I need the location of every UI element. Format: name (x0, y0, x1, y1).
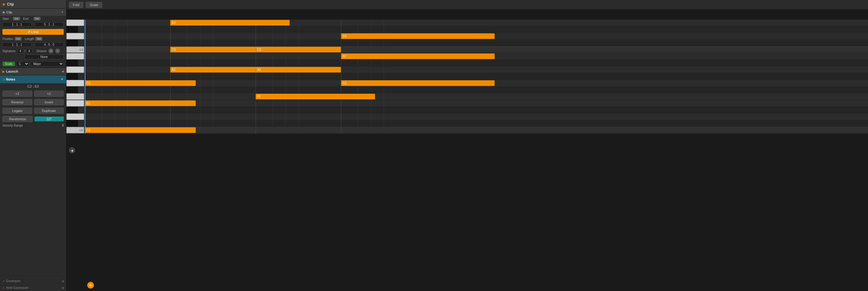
piano-key-D3[interactable] (66, 33, 84, 39)
piano-key-G2[interactable] (66, 80, 84, 86)
piano-key-G#2[interactable] (66, 73, 78, 80)
start-end-values: 1 . 1 . 1 5 . 1 . 1 (0, 21, 66, 28)
groove-refresh-icon[interactable]: ↺ (49, 49, 53, 53)
fold-button[interactable]: Fold (69, 2, 83, 8)
piano-key-F#2[interactable] (66, 87, 78, 93)
shift-down-button[interactable]: ×2 (34, 91, 64, 97)
piano-key-C#2[interactable] (66, 120, 78, 126)
scroll-down-button[interactable]: ⊕ (87, 282, 94, 289)
notes-label: Notes (6, 78, 16, 81)
randomize-button[interactable]: Randomize (2, 116, 33, 122)
note-row (85, 40, 868, 47)
sig-denominator[interactable]: 4 (26, 49, 32, 53)
sig-numerator[interactable]: 4 (18, 49, 24, 53)
groove-value[interactable]: None (24, 55, 64, 59)
note-expr-arrow-icon[interactable]: ◀ (61, 286, 64, 290)
start-set-button[interactable]: Set (13, 17, 20, 21)
piano-key-C3[interactable]: C3 (66, 47, 84, 53)
window-titlebar: ▣ Clip (0, 0, 66, 8)
grid-line-vertical (200, 20, 200, 134)
grid-line-vertical (285, 20, 286, 134)
legato-duplicate-row: Legato Duplicate (0, 107, 66, 115)
invert-button[interactable]: Invert (34, 99, 64, 105)
piano-key-E3[interactable] (66, 20, 84, 26)
piano-key-C#3[interactable] (66, 40, 78, 46)
start-label: Start (2, 17, 11, 21)
envelopes-arrow-icon[interactable]: ◀ (61, 279, 64, 283)
piano-key-D2[interactable] (66, 114, 84, 120)
piano-key-F2[interactable] (66, 93, 84, 100)
left-panel: ▣ Clip ▣ Clip ▼ Start Set End Set 1 . 1 … (0, 0, 66, 291)
end-value[interactable]: 5 . 1 . 1 (35, 22, 64, 27)
main-content: Fold Scale ◀ C3C2 11.21.31.422.22.32.433… (66, 0, 868, 291)
grid-line-vertical (127, 20, 128, 134)
piano-key-A2[interactable] (66, 66, 84, 73)
end-label: End (23, 17, 32, 21)
reverse-button[interactable]: Reverse (2, 99, 32, 105)
launch-icon: ▶ (2, 70, 5, 73)
midi-note-7[interactable]: G2 (85, 80, 196, 86)
shift-up-button[interactable]: +2 (2, 91, 32, 97)
end-set-button[interactable]: Set (34, 17, 41, 21)
grid-line-vertical (273, 20, 273, 134)
piano-key-B2[interactable] (66, 53, 84, 59)
midi-note-9[interactable]: F2 (255, 94, 375, 99)
midi-note-3[interactable]: C3 (255, 47, 341, 53)
note-row (85, 26, 868, 33)
velocity-slider[interactable]: 127 (34, 117, 64, 121)
midi-note-1[interactable]: D3 (341, 33, 495, 39)
grid-line-vertical (187, 20, 188, 134)
clip-square-icon: ▣ (2, 11, 5, 14)
clip-dropdown-icon[interactable]: ▼ (61, 11, 64, 14)
note-row (85, 100, 868, 107)
scroll-left-button[interactable]: ◀ (69, 147, 75, 153)
piano-key-C2[interactable]: C2 (66, 127, 84, 133)
scale-key-select[interactable]: CC#DD# EFGA (16, 61, 29, 66)
position-length-values: 1 . 1 . 1 4 . 0 . 0 (0, 41, 66, 48)
midi-note-8[interactable]: G2 (341, 80, 495, 86)
window-title: Clip (7, 2, 14, 6)
start-end-row: Start Set End Set (0, 16, 66, 21)
clip-subheader: ▣ Clip ▼ (0, 8, 66, 16)
length-set-button[interactable]: Set (35, 37, 43, 40)
shift-buttons-row: +2 ×2 (0, 89, 66, 98)
velocity-value: 127 (46, 117, 52, 121)
grid-line-vertical (170, 20, 170, 134)
position-length-row: Position Set Length Set (0, 36, 66, 41)
groove-add-icon[interactable]: + (55, 49, 60, 53)
scale-mode-select[interactable]: MajorMinorDorian (31, 61, 64, 66)
envelopes-row: ✓ Envelopes ◀ (0, 278, 66, 284)
note-row (85, 107, 868, 114)
piano-key-D#2[interactable] (66, 107, 78, 113)
midi-note-10[interactable]: E2 (85, 100, 196, 106)
midi-note-0[interactable]: E3 (170, 20, 290, 26)
piano-key-D#3[interactable] (66, 26, 78, 33)
position-label: Position (2, 37, 13, 40)
randomize-row: Randomize 127 (0, 115, 66, 123)
note-expression-row: ✓ Note Expression ◀ (0, 284, 66, 291)
start-value[interactable]: 1 . 1 . 1 (2, 22, 32, 27)
piano-key-A#2[interactable] (66, 60, 78, 66)
scale-toggle-button[interactable]: Scale (2, 62, 15, 66)
toolbar: Fold Scale (66, 0, 868, 10)
note-row (85, 114, 868, 120)
notes-dropdown-icon[interactable]: ▼ (60, 78, 64, 81)
midi-note-4[interactable]: B2 (341, 53, 495, 59)
loop-button[interactable]: ↺ Loop (2, 29, 64, 35)
note-grid[interactable]: E3D3C3C3B2A2A2G2G2F2E2C2 (85, 20, 868, 134)
position-value[interactable]: 1 . 1 . 1 (2, 42, 32, 47)
length-value[interactable]: 4 . 0 . 0 (35, 42, 64, 47)
midi-note-6[interactable]: A2 (255, 67, 341, 72)
duplicate-button[interactable]: Duplicate (34, 108, 64, 114)
signature-groove-row: Signature 4 / 4 Groove ↺ + (0, 48, 66, 54)
notes-icon: ♫ (2, 78, 5, 81)
legato-button[interactable]: Legato (2, 108, 32, 114)
position-set-button[interactable]: Set (14, 37, 22, 40)
piano-key-E2[interactable] (66, 100, 84, 107)
grid-area[interactable]: 11.21.31.422.22.32.433.23.33.444.24.34.4… (85, 20, 868, 291)
reverse-invert-row: Reverse Invert (0, 98, 66, 107)
scale-button[interactable]: Scale (86, 2, 102, 8)
launch-arrow-icon[interactable]: ◀ (62, 70, 64, 73)
velocity-range-value: 0 (62, 124, 64, 127)
midi-note-11[interactable]: C2 (85, 127, 196, 133)
